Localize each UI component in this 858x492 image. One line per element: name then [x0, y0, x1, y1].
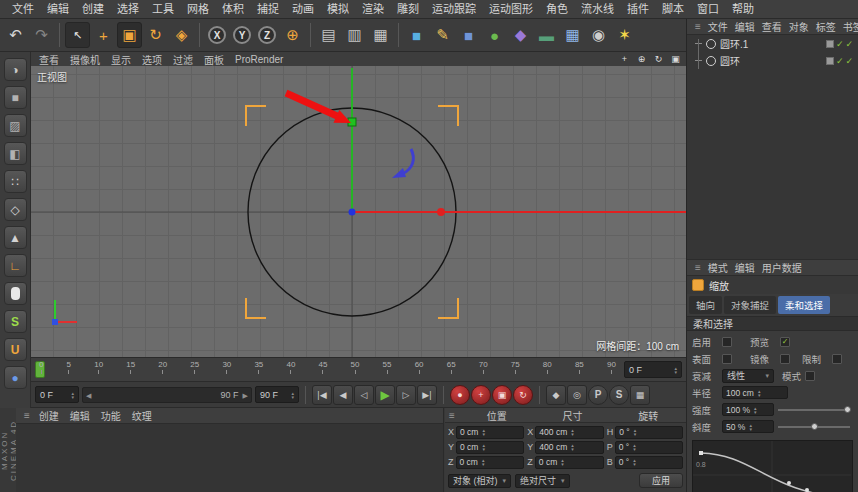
curve-point[interactable]: [787, 481, 791, 485]
size-field[interactable]: 400 cm: [535, 426, 603, 439]
texture-mode-icon[interactable]: ▨: [4, 114, 27, 137]
next-frame-button[interactable]: ▷: [396, 385, 416, 405]
quantize-icon[interactable]: ▦: [630, 385, 650, 405]
strength-slider[interactable]: [778, 409, 850, 411]
y-axis-lock-icon[interactable]: Y: [233, 26, 251, 44]
undo-icon[interactable]: ↶: [3, 22, 28, 48]
record-scale-button[interactable]: ▣: [492, 385, 512, 405]
enabled-check-icon[interactable]: ✓: [836, 56, 844, 66]
viewport-menu-item[interactable]: ProRender: [230, 54, 288, 65]
viewport-menu-item[interactable]: 过滤: [168, 52, 198, 67]
menubar-item[interactable]: 网格: [181, 0, 215, 18]
spinner-icon[interactable]: [561, 458, 564, 466]
spinner-icon[interactable]: [291, 391, 294, 399]
menubar-item[interactable]: 捕捉: [251, 0, 285, 18]
spinner-icon[interactable]: [482, 458, 485, 466]
camera-icon[interactable]: ◉: [586, 22, 611, 48]
attribute-menu-item[interactable]: 编辑: [732, 260, 758, 275]
mirror-checkbox[interactable]: [780, 354, 790, 364]
redo-icon[interactable]: ↷: [29, 22, 54, 48]
workplane-mode-icon[interactable]: ◧: [4, 142, 27, 165]
radius-field[interactable]: 100 cm: [722, 386, 788, 399]
enable-checkbox[interactable]: [722, 337, 732, 347]
curve-knot[interactable]: [699, 451, 703, 455]
range-end-field[interactable]: 90 F: [255, 386, 299, 403]
rotation-field[interactable]: 0 °: [615, 441, 683, 454]
section-header[interactable]: 柔和选择: [687, 316, 858, 331]
circle-spline-icon[interactable]: [706, 56, 716, 66]
enabled-check-icon[interactable]: ✓: [836, 39, 844, 49]
menubar-item[interactable]: 创建: [76, 0, 110, 18]
spinner-icon[interactable]: [571, 443, 574, 451]
toggle-view-icon[interactable]: ▣: [668, 53, 683, 65]
mode-checkbox[interactable]: [805, 371, 815, 381]
slider-knob[interactable]: [811, 423, 818, 430]
autokey-icon[interactable]: ◎: [567, 385, 587, 405]
prev-key-button[interactable]: ◀: [333, 385, 353, 405]
menubar-item[interactable]: 角色: [540, 0, 574, 18]
position-field[interactable]: 0 cm: [456, 456, 525, 469]
rotate-tool-icon[interactable]: ↻: [143, 22, 168, 48]
slider-knob[interactable]: [844, 406, 851, 413]
spinner-icon[interactable]: [758, 389, 761, 397]
spinner-icon[interactable]: [482, 443, 485, 451]
range-left-cap-icon[interactable]: [86, 390, 91, 400]
light-icon[interactable]: ✶: [612, 22, 637, 48]
workplane-sphere-icon[interactable]: ●: [4, 366, 27, 389]
menubar-item[interactable]: 编辑: [41, 0, 75, 18]
menubar-item[interactable]: 工具: [146, 0, 180, 18]
preview-checkbox[interactable]: [780, 337, 790, 347]
menubar-item[interactable]: 文件: [6, 0, 40, 18]
pan-view-icon[interactable]: +: [617, 53, 632, 65]
z-axis-lock-icon[interactable]: Z: [258, 26, 276, 44]
edges-mode-icon[interactable]: ◇: [4, 198, 27, 221]
x-scale-handle[interactable]: [437, 208, 445, 216]
viewport[interactable]: 正视图 网格间距：100 cm: [31, 66, 686, 358]
position-field[interactable]: 0 cm: [456, 441, 524, 454]
object-manager-menu-item[interactable]: 文件: [705, 19, 731, 34]
spinner-icon[interactable]: [749, 423, 752, 431]
strength-field[interactable]: 100 %: [722, 403, 774, 416]
position-field[interactable]: 0 cm: [456, 426, 524, 439]
prev-frame-button[interactable]: ◁: [354, 385, 374, 405]
play-button[interactable]: ▶: [375, 385, 395, 405]
live-selection-icon[interactable]: ↖: [65, 22, 90, 48]
size-field[interactable]: 0 cm: [535, 456, 604, 469]
curve-point[interactable]: [805, 488, 809, 492]
primitive-cube-icon[interactable]: ■: [404, 22, 429, 48]
make-editable-icon[interactable]: ◑: [4, 58, 27, 81]
object-origin-point[interactable]: [349, 209, 356, 216]
menubar-item[interactable]: 运动跟踪: [426, 0, 482, 18]
material-menu-item[interactable]: 编辑: [65, 408, 95, 423]
current-frame-field[interactable]: 0 F: [624, 361, 682, 378]
environment-icon[interactable]: ▬: [534, 22, 559, 48]
object-manager-menu-item[interactable]: 查看: [759, 19, 785, 34]
keyframe-selection-icon[interactable]: ◆: [546, 385, 566, 405]
model-mode-icon[interactable]: ■: [4, 86, 27, 109]
size-mode-dropdown[interactable]: 绝对尺寸: [515, 474, 570, 488]
x-axis-lock-icon[interactable]: X: [208, 26, 226, 44]
menubar-item[interactable]: 帮助: [726, 0, 760, 18]
spinner-icon[interactable]: [571, 428, 574, 436]
spinner-icon[interactable]: [71, 391, 74, 399]
snap-toggle-icon[interactable]: S: [4, 310, 27, 333]
range-start-field[interactable]: 0 F: [35, 386, 79, 403]
solo-button[interactable]: S: [609, 385, 629, 405]
panel-menu-icon[interactable]: ≡: [20, 410, 34, 421]
coordinate-mode-dropdown[interactable]: 对象 (相对): [448, 474, 511, 488]
zoom-view-icon[interactable]: ⊕: [634, 53, 649, 65]
attribute-tab[interactable]: 柔和选择: [778, 296, 830, 314]
points-mode-icon[interactable]: ∷: [4, 170, 27, 193]
spinner-icon[interactable]: [482, 428, 485, 436]
viewport-menu-item[interactable]: 摄像机: [65, 52, 105, 67]
object-name[interactable]: 圆环.1: [720, 36, 748, 51]
timeline-ruler[interactable]: 051015202530354045505560657075808590 0 F: [31, 358, 686, 382]
menubar-item[interactable]: 模拟: [321, 0, 355, 18]
mouse-input-icon[interactable]: [4, 282, 27, 305]
apply-button[interactable]: 应用: [639, 473, 683, 488]
layer-chip-icon[interactable]: [826, 57, 834, 65]
layer-chip-icon[interactable]: [826, 40, 834, 48]
object-manager-menu-item[interactable]: 编辑: [732, 19, 758, 34]
preview-range-slider[interactable]: 90 F: [82, 387, 252, 403]
panel-menu-icon[interactable]: ≡: [445, 410, 459, 421]
